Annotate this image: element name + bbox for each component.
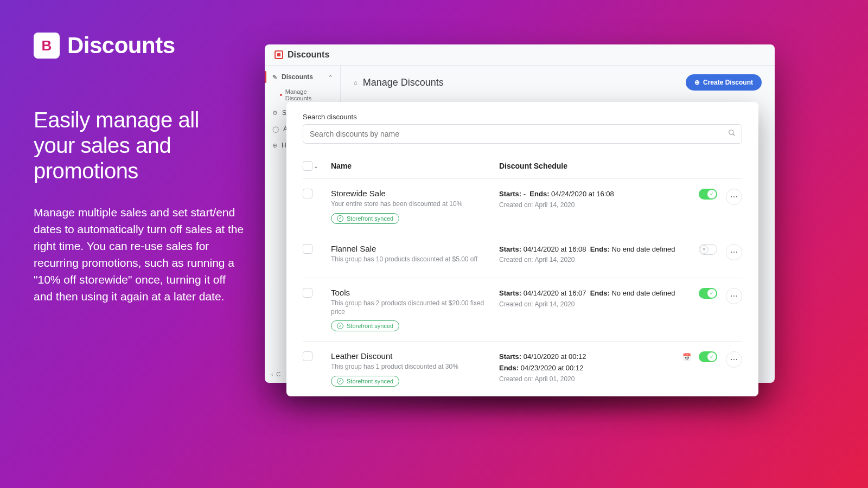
gear-icon: ⚙ bbox=[272, 110, 278, 117]
check-circle-icon: ✓ bbox=[337, 378, 343, 384]
row-menu-button[interactable]: ⋯ bbox=[726, 288, 742, 304]
tag-icon: ✎ bbox=[272, 74, 277, 81]
brand-logo-icon: B bbox=[34, 33, 60, 59]
created-on-text: Created on: April 01, 2020 bbox=[499, 375, 679, 383]
discount-name[interactable]: Storewide Sale bbox=[331, 189, 499, 198]
synced-badge: ✓Storefront synced bbox=[331, 213, 399, 224]
home-icon: ⌂ bbox=[354, 79, 358, 86]
created-on-text: Created on: April 14, 2020 bbox=[499, 201, 679, 209]
enable-toggle[interactable]: ✕ bbox=[699, 244, 717, 255]
created-on-text: Created on: April 14, 2020 bbox=[499, 256, 679, 264]
enable-toggle[interactable]: ✓ bbox=[699, 189, 717, 200]
discount-name[interactable]: Leather Discount bbox=[331, 351, 499, 361]
search-label: Search discounts bbox=[303, 113, 742, 121]
chevron-down-icon[interactable]: ⌄ bbox=[314, 163, 318, 169]
sidebar-collapse[interactable]: ‹C bbox=[271, 371, 280, 377]
check-circle-icon: ✓ bbox=[337, 323, 343, 329]
app-header: Discounts bbox=[265, 44, 775, 66]
svg-point-0 bbox=[729, 130, 733, 134]
create-discount-button[interactable]: ⊕ Create Discount bbox=[686, 74, 762, 91]
svg-line-1 bbox=[733, 134, 735, 136]
chevron-left-icon: ‹ bbox=[271, 371, 273, 377]
schedule-text: Starts: 04/14/2020 at 16:07 Ends: No end… bbox=[499, 288, 679, 299]
search-box bbox=[303, 124, 742, 144]
schedule-text: Starts: - Ends: 04/24/2020 at 16:08 bbox=[499, 189, 679, 200]
table-body: Storewide Sale Your entire store has bee… bbox=[303, 178, 742, 396]
created-on-text: Created on: April 14, 2020 bbox=[499, 300, 679, 308]
search-input[interactable] bbox=[303, 124, 742, 144]
table-row: Tools This group has 2 products discount… bbox=[303, 278, 742, 341]
table-row: Flannel Sale This group has 10 products … bbox=[303, 234, 742, 278]
check-circle-icon: ✓ bbox=[337, 215, 343, 222]
app-icon bbox=[275, 50, 283, 59]
chevron-up-icon: ⌃ bbox=[328, 74, 333, 80]
calendar-icon[interactable]: 📅 bbox=[682, 353, 691, 361]
row-checkbox[interactable] bbox=[303, 244, 312, 254]
schedule-text: Starts: 04/10/2020 at 00:12 bbox=[499, 351, 679, 363]
user-icon: ◯ bbox=[272, 126, 279, 133]
enable-toggle[interactable]: ✓ bbox=[699, 351, 717, 362]
table-header: ⌄ Name Discount Schedule bbox=[303, 157, 742, 178]
column-schedule: Discount Schedule bbox=[499, 162, 679, 170]
discount-name[interactable]: Flannel Sale bbox=[331, 244, 499, 253]
sidebar-sub-label: Manage Discounts bbox=[285, 88, 333, 101]
synced-badge: ✓Storefront synced bbox=[331, 320, 399, 331]
promo-panel: B Discounts Easily manage all your sales… bbox=[34, 33, 245, 305]
page-title: Manage Discounts bbox=[363, 77, 444, 88]
discount-description: This group has 1 product discounted at 3… bbox=[331, 363, 499, 371]
plus-icon: ⊕ bbox=[694, 79, 700, 86]
sidebar-item-discounts[interactable]: ✎Discounts ⌃ bbox=[265, 69, 340, 85]
create-button-label: Create Discount bbox=[703, 79, 753, 86]
table-row: Storewide Sale Your entire store has bee… bbox=[303, 178, 742, 234]
schedule-text-end: Ends: 04/23/2020 at 00:12 bbox=[499, 363, 679, 374]
promo-headline: Easily manage all your sales and promoti… bbox=[34, 107, 245, 184]
app-title: Discounts bbox=[288, 50, 329, 60]
schedule-text: Starts: 04/14/2020 at 16:08 Ends: No end… bbox=[499, 244, 679, 255]
row-menu-button[interactable]: ⋯ bbox=[726, 189, 742, 205]
row-menu-button[interactable]: ⋯ bbox=[726, 351, 742, 368]
select-all-checkbox[interactable] bbox=[303, 161, 312, 171]
breadcrumb: ⌂ Manage Discounts bbox=[354, 77, 444, 88]
discount-description: Your entire store has been discounted at… bbox=[331, 200, 499, 209]
discount-name[interactable]: Tools bbox=[331, 288, 499, 297]
search-icon bbox=[728, 129, 736, 139]
column-name: Name bbox=[331, 162, 499, 170]
discount-description: This group has 10 products discounted at… bbox=[331, 255, 499, 264]
discount-description: This group has 2 products discounted at … bbox=[331, 299, 499, 316]
table-row: Leather Discount This group has 1 produc… bbox=[303, 341, 742, 396]
discounts-table-card: Search discounts ⌄ Name Discount Schedul… bbox=[286, 102, 758, 396]
promo-body: Manage multiple sales and set start/end … bbox=[34, 204, 245, 305]
synced-badge: ✓Storefront synced bbox=[331, 376, 399, 387]
row-checkbox[interactable] bbox=[303, 288, 312, 298]
globe-icon: ⊕ bbox=[272, 142, 277, 149]
promo-title: Discounts bbox=[67, 33, 175, 59]
dot-icon bbox=[280, 94, 282, 96]
sidebar-label-discounts: Discounts bbox=[282, 73, 313, 81]
enable-toggle[interactable]: ✓ bbox=[699, 288, 717, 299]
row-checkbox[interactable] bbox=[303, 189, 312, 198]
row-checkbox[interactable] bbox=[303, 351, 312, 361]
row-menu-button[interactable]: ⋯ bbox=[726, 244, 742, 260]
